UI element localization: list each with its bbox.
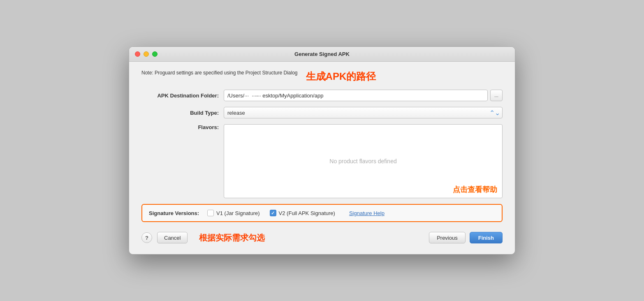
flavors-control: No product flavors defined 点击查看帮助 (224, 124, 503, 198)
dialog-window: Generate Signed APK Note: Proguard setti… (129, 46, 515, 255)
no-flavors-text: No product flavors defined (329, 158, 396, 164)
apk-folder-control: ... (224, 90, 503, 101)
build-type-label: Build Type: (141, 110, 224, 116)
previous-button[interactable]: Previous (429, 232, 466, 243)
build-type-select[interactable]: release debug (224, 107, 503, 118)
apk-folder-label: APK Destination Folder: (141, 93, 224, 99)
flavors-box[interactable]: No product flavors defined 点击查看帮助 (224, 124, 503, 198)
flavors-row: Flavors: No product flavors defined 点击查看… (141, 124, 503, 198)
build-type-row: Build Type: release debug ⌃⌄ (141, 107, 503, 118)
titlebar: Generate Signed APK (129, 47, 515, 62)
footer-row: ? Cancel 根据实际需求勾选 Previous Finish (141, 228, 503, 246)
flavors-label: Flavors: (141, 124, 224, 130)
traffic-lights (135, 51, 158, 57)
footer-right: Previous Finish (429, 232, 503, 243)
v1-checkbox[interactable] (207, 210, 214, 216)
build-type-select-wrap: release debug ⌃⌄ (224, 107, 503, 118)
signature-section: Signature Versions: V1 (Jar Signature) V… (141, 204, 503, 222)
signature-options: V1 (Jar Signature) V2 (Full APK Signatur… (207, 210, 385, 216)
browse-button[interactable]: ... (490, 90, 503, 101)
maximize-button[interactable] (152, 51, 158, 57)
v1-option[interactable]: V1 (Jar Signature) (207, 210, 260, 216)
cancel-button[interactable]: Cancel (157, 232, 188, 243)
help-circle-button[interactable]: ? (141, 232, 152, 243)
finish-button[interactable]: Finish (470, 232, 503, 243)
dialog-content: Note: Proguard settings are specified us… (129, 62, 515, 254)
signature-label: Signature Versions: (149, 210, 199, 216)
close-button[interactable] (135, 51, 140, 57)
v2-option[interactable]: V2 (Full APK Signature) (270, 210, 335, 216)
note-text: Note: Proguard settings are specified us… (141, 70, 298, 76)
minimize-button[interactable] (144, 51, 149, 57)
build-type-control: release debug ⌃⌄ (224, 107, 503, 118)
apk-folder-input[interactable] (224, 90, 488, 101)
help-annotation-text: 点击查看帮助 (453, 185, 497, 194)
signature-help-link[interactable]: Signature Help (349, 210, 385, 216)
v2-checkbox[interactable] (270, 210, 276, 216)
footer-left: ? Cancel 根据实际需求勾选 (141, 232, 265, 243)
window-title: Generate Signed APK (294, 51, 350, 57)
v1-label: V1 (Jar Signature) (216, 210, 260, 216)
apk-folder-row: APK Destination Folder: ... (141, 90, 503, 101)
signature-annotation: 根据实际需求勾选 (199, 232, 265, 243)
apk-path-annotation: 生成APK的路径 (306, 70, 376, 83)
v2-label: V2 (Full APK Signature) (279, 210, 335, 216)
